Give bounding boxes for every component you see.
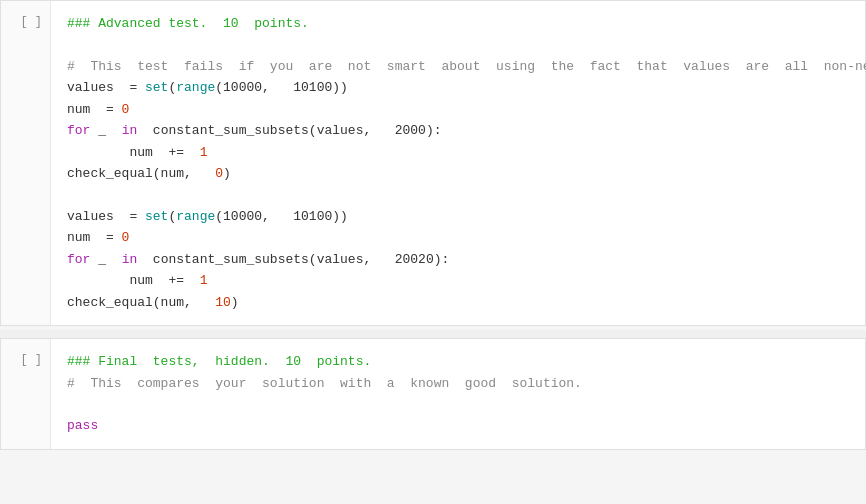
heading-comment: ### Advanced test. 10 points.: [67, 16, 309, 31]
cell-run-indicator: [ ]: [20, 15, 42, 29]
code-line-for2: for _ in constant_sum_subsets(values, 20…: [67, 252, 449, 267]
comment-line1: # This test fails if you are not smart a…: [67, 59, 866, 74]
code-line-num2: num = 0: [67, 230, 129, 245]
cell-gutter-final: [ ]: [1, 339, 51, 449]
code-line-num-inc1: num += 1: [67, 145, 207, 160]
cell-divider: [0, 330, 866, 338]
cell-content-advanced: ### Advanced test. 10 points. # This tes…: [51, 1, 866, 325]
pass-keyword: pass: [67, 418, 98, 433]
code-line-check2: check_equal(num, 10): [67, 295, 239, 310]
cell-run-indicator-final: [ ]: [20, 353, 42, 367]
cell-final[interactable]: [ ] ### Final tests, hidden. 10 points. …: [0, 338, 866, 450]
cell-content-final: ### Final tests, hidden. 10 points. # Th…: [51, 339, 865, 449]
comment-line-final: # This compares your solution with a kno…: [67, 376, 582, 391]
code-line-for1: for _ in constant_sum_subsets(values, 20…: [67, 123, 441, 138]
code-line-num1: num = 0: [67, 102, 129, 117]
code-line-num-inc2: num += 1: [67, 273, 207, 288]
code-block-final: ### Final tests, hidden. 10 points. # Th…: [67, 351, 849, 437]
heading-comment-final: ### Final tests, hidden. 10 points.: [67, 354, 371, 369]
cell-advanced[interactable]: [ ] ### Advanced test. 10 points. # This…: [0, 0, 866, 326]
code-line-check1: check_equal(num, 0): [67, 166, 231, 181]
code-line-values1: values = set(range(10000, 10100)): [67, 80, 348, 95]
code-block-advanced: ### Advanced test. 10 points. # This tes…: [67, 13, 866, 313]
notebook: [ ] ### Advanced test. 10 points. # This…: [0, 0, 866, 504]
cell-gutter-advanced: [ ]: [1, 1, 51, 325]
code-line-values2: values = set(range(10000, 10100)): [67, 209, 348, 224]
